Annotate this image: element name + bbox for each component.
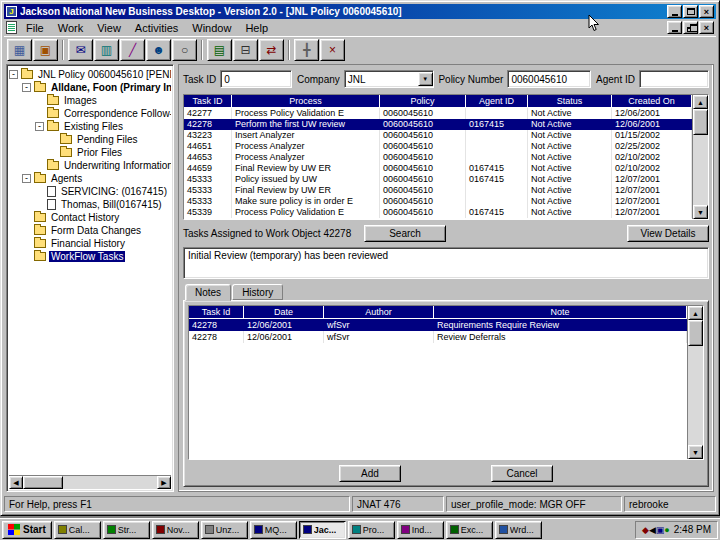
column-header[interactable]: Author [324,306,434,319]
scrollbar-thumb[interactable] [693,109,708,135]
tree-item[interactable]: Thomas, Bill(0167415) [9,198,171,211]
table-row[interactable]: 45333Make sure policy is in order E00600… [184,196,692,207]
exit-icon[interactable]: × [320,39,345,61]
trend-icon[interactable]: ╱ [120,39,145,61]
scroll-right-icon[interactable]: ▶ [157,476,171,489]
minimize-button[interactable] [667,5,682,18]
menu-window[interactable]: Window [185,21,238,35]
taskbar-button[interactable]: Unz... [201,521,248,539]
cancel-button[interactable]: Cancel [491,465,553,482]
taskbar-button[interactable]: Ind... [397,521,444,539]
menu-view[interactable]: View [90,21,128,35]
tree-item[interactable]: -Alldane, Foon (Primary Insured) [9,81,171,94]
scroll-left-icon[interactable]: ◀ [9,476,23,489]
tree-item[interactable]: Underwriting Information [9,159,171,172]
close-button[interactable]: × [699,5,714,18]
agent-icon[interactable]: ☻ [146,39,171,61]
antivirus-icon[interactable]: ● [664,525,669,535]
search-icon[interactable]: ○ [172,39,197,61]
column-header[interactable]: Process [232,95,380,108]
column-header[interactable]: Note [434,306,687,319]
print-icon[interactable]: ⊟ [233,39,258,61]
notes-scrollbar[interactable]: ▲ ▼ [687,306,703,459]
table-row[interactable]: 44653Process Analyzer0060045610Not Activ… [184,152,692,163]
tree-item[interactable]: -JNL Policy 0060045610 [PENDING RECO [9,68,171,81]
taskbar-button[interactable]: Exc... [446,521,493,539]
tree-item[interactable]: WorkFlow Tasks [9,250,171,263]
tree-item[interactable]: Correspondence Follow-Up [9,107,171,120]
chevron-down-icon[interactable]: ▼ [418,72,433,86]
workflow-icon[interactable]: ⇄ [259,39,284,61]
task-id-input[interactable]: 0 [220,70,292,88]
add-button[interactable]: Add [339,465,401,482]
taskbar-button[interactable]: Nov... [152,521,199,539]
mdi-minimize-button[interactable] [667,21,682,34]
scroll-up-icon[interactable]: ▲ [688,306,703,320]
column-header[interactable]: Status [528,95,612,108]
taskbar-button[interactable]: MQ... [250,521,297,539]
column-header[interactable]: Policy [380,95,466,108]
start-button[interactable]: Start [2,521,52,539]
collapse-icon[interactable]: - [35,122,44,131]
scheduler-icon[interactable]: ◆ [642,525,649,535]
tree-item[interactable]: Pending Files [9,133,171,146]
tree-item[interactable]: SERVICING: (0167415) [9,185,171,198]
scrollbar-thumb[interactable] [23,476,63,489]
table-row[interactable]: 42277Process Policy Validation E00600456… [184,108,692,119]
table-icon[interactable]: ▤ [207,39,232,61]
table-row[interactable]: 4227812/06/2001wfSvrReview Deferrals [189,331,687,343]
collapse-icon[interactable]: - [9,70,18,79]
scrollbar-track[interactable] [688,320,703,445]
tab-notes[interactable]: Notes [185,284,231,301]
menu-activities[interactable]: Activities [128,21,185,35]
scrollbar-track[interactable] [23,476,157,489]
mdi-close-button[interactable]: × [699,21,714,34]
menu-file[interactable]: File [19,21,51,35]
mail-icon[interactable]: ✉ [68,39,93,61]
tab-history[interactable]: History [232,284,283,300]
column-header[interactable]: Agent ID [466,95,528,108]
scroll-down-icon[interactable]: ▼ [693,205,708,219]
menu-help[interactable]: Help [238,21,275,35]
tree-item[interactable]: -Agents [9,172,171,185]
tools-icon[interactable]: ╋ [294,39,319,61]
column-header[interactable]: Date [244,306,324,319]
maximize-button[interactable] [683,5,698,18]
menu-work[interactable]: Work [51,21,90,35]
tree-horizontal-scrollbar[interactable]: ◀ ▶ [9,475,171,489]
document-icon[interactable] [6,21,17,34]
table-row[interactable]: 44651Process Analyzer0060045610Not Activ… [184,141,692,152]
table-row[interactable]: 45333Policy issued by UW0060045610016741… [184,174,692,185]
collapse-icon[interactable]: - [22,83,31,92]
tree-item[interactable]: Prior Files [9,146,171,159]
table-row[interactable]: 45339Process Policy Validation E00600456… [184,207,692,218]
scrollbar-track[interactable] [693,109,708,205]
tree-item[interactable]: Images [9,94,171,107]
tree-item[interactable]: Financial History [9,237,171,250]
column-header[interactable]: Task Id [189,306,244,319]
search-button[interactable]: Search [364,225,446,242]
volume-icon[interactable]: ◀ [649,525,656,535]
table-row[interactable]: 44659Final Review by UW ER00600456100167… [184,163,692,174]
table-row[interactable]: 43223Insert Analyzer0060045610Not Active… [184,130,692,141]
tree-item[interactable]: Form Data Changes [9,224,171,237]
tasks-grid-scrollbar[interactable]: ▲ ▼ [692,95,708,219]
table-row[interactable]: 45333Final Review by UW ER0060045610Not … [184,185,692,196]
policy-number-input[interactable]: 0060045610 [507,70,591,88]
scroll-down-icon[interactable]: ▼ [688,445,703,459]
company-select[interactable]: JNL ▼ [344,70,434,88]
policy-grid-icon[interactable]: ▦ [7,39,32,61]
taskbar-button[interactable]: Cal... [54,521,101,539]
tree-item[interactable]: Contact History [9,211,171,224]
scroll-up-icon[interactable]: ▲ [693,95,708,109]
images-icon[interactable]: ▣ [33,39,58,61]
agent-id-input[interactable] [639,70,709,88]
task-description-box[interactable]: Initial Review (temporary) has been revi… [183,247,709,279]
taskbar-button[interactable]: Jac... [299,521,346,539]
column-header[interactable]: Task ID [184,95,232,108]
chart-icon[interactable]: ▥ [94,39,119,61]
tree-item[interactable]: -Existing Files [9,120,171,133]
taskbar-button[interactable]: Str... [103,521,150,539]
scrollbar-thumb[interactable] [688,320,703,346]
taskbar-button[interactable]: Pro... [348,521,395,539]
